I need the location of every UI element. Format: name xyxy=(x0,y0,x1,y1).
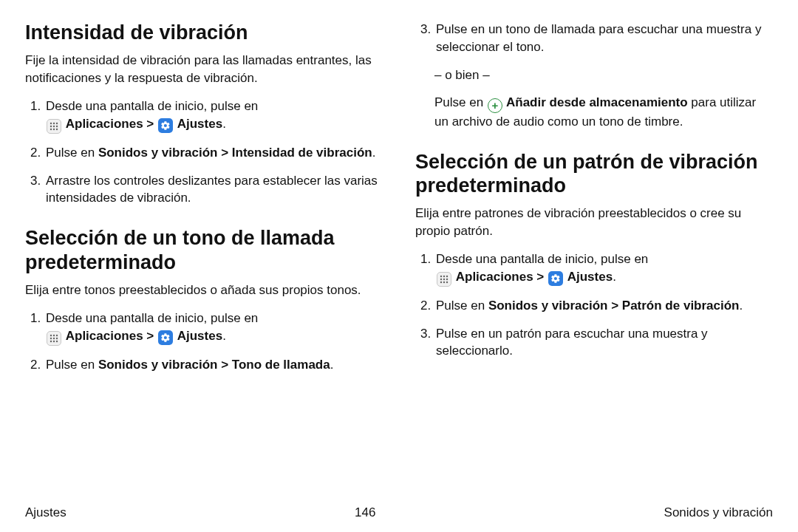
apps-label: Aplicaciones xyxy=(66,117,143,131)
step-bold: Sonidos y vibración > Patrón de vibració… xyxy=(488,299,740,313)
heading-vibration-pattern: Selección de un patrón de vibración pred… xyxy=(415,150,773,198)
settings-label: Ajustes xyxy=(177,117,222,131)
left-column: Intensidad de vibración Fije la intensid… xyxy=(25,21,383,494)
step-text: Pulse en xyxy=(46,358,98,372)
intro-ringtone: Elija entre tonos preestablecidos o añad… xyxy=(25,282,383,299)
footer-left: Ajustes xyxy=(25,505,66,520)
gear-icon xyxy=(158,118,173,133)
step-text: Pulse en xyxy=(434,95,487,109)
footer-page-number: 146 xyxy=(355,505,375,520)
svg-point-11 xyxy=(56,334,58,335)
svg-point-1 xyxy=(53,123,55,124)
svg-point-14 xyxy=(56,337,58,338)
svg-point-16 xyxy=(53,340,55,341)
steps-ringtone-part2: Pulse en un tono de llamada para escucha… xyxy=(415,21,773,56)
svg-point-22 xyxy=(443,279,445,280)
svg-point-15 xyxy=(50,340,52,341)
svg-point-24 xyxy=(440,282,442,283)
svg-point-7 xyxy=(53,129,55,130)
svg-point-9 xyxy=(50,334,52,335)
svg-point-3 xyxy=(50,126,52,127)
step-3: Pulse en un tono de llamada para escucha… xyxy=(434,21,773,56)
period: . xyxy=(222,117,226,131)
step-text: Desde una pantalla de inicio, pulse en xyxy=(46,311,258,325)
svg-point-26 xyxy=(446,282,448,283)
apps-icon xyxy=(47,119,61,134)
step-bold: Sonidos y vibración > Intensidad de vibr… xyxy=(98,146,372,160)
step-text: Pulse en xyxy=(436,299,488,313)
step-2: Pulse en Sonidos y vibración > Tono de l… xyxy=(44,356,383,374)
chevron: > xyxy=(143,117,157,131)
add-icon: + xyxy=(488,98,502,113)
svg-point-12 xyxy=(50,337,52,338)
footer-right: Sonidos y vibración xyxy=(664,505,773,520)
steps-vibration-pattern: Desde una pantalla de inicio, pulse en A… xyxy=(415,250,773,360)
or-divider: – o bien – xyxy=(434,66,773,84)
svg-point-23 xyxy=(446,279,448,280)
steps-vibration-intensity: Desde una pantalla de inicio, pulse en A… xyxy=(25,98,383,207)
intro-vibration-pattern: Elija entre patrones de vibración preest… xyxy=(415,205,773,240)
step-2: Pulse en Sonidos y vibración > Patrón de… xyxy=(434,297,773,315)
svg-point-6 xyxy=(50,129,52,130)
step-text: Desde una pantalla de inicio, pulse en xyxy=(436,252,648,266)
step-3: Arrastre los controles deslizantes para … xyxy=(44,172,383,208)
step-text: Pulse en un tono de llamada para escucha… xyxy=(436,22,761,54)
svg-point-13 xyxy=(53,337,55,338)
content-columns: Intensidad de vibración Fije la intensid… xyxy=(25,21,773,494)
step-3: Pulse en un patrón para escuchar una mue… xyxy=(434,325,773,361)
right-column: Pulse en un tono de llamada para escucha… xyxy=(415,21,773,494)
step-1: Desde una pantalla de inicio, pulse en A… xyxy=(44,310,383,346)
svg-point-2 xyxy=(56,123,58,124)
page: Intensidad de vibración Fije la intensid… xyxy=(0,0,798,532)
chevron: > xyxy=(143,329,157,343)
apps-label: Aplicaciones xyxy=(456,270,533,284)
svg-point-19 xyxy=(443,276,445,277)
step-text: Pulse en xyxy=(46,146,98,160)
svg-point-20 xyxy=(446,276,448,277)
page-footer: Ajustes 146 Sonidos y vibración xyxy=(25,505,773,520)
svg-point-0 xyxy=(50,123,52,124)
period: . xyxy=(372,146,376,160)
settings-label: Ajustes xyxy=(177,329,222,343)
svg-point-8 xyxy=(56,129,58,130)
settings-label: Ajustes xyxy=(567,270,613,284)
svg-point-25 xyxy=(443,282,445,283)
heading-vibration-intensity: Intensidad de vibración xyxy=(25,21,383,44)
step-bold: Sonidos y vibración > Tono de llamada xyxy=(98,358,330,372)
svg-point-21 xyxy=(440,279,442,280)
step-1: Desde una pantalla de inicio, pulse en A… xyxy=(44,98,383,134)
steps-ringtone-part1: Desde una pantalla de inicio, pulse en A… xyxy=(25,310,383,374)
svg-point-5 xyxy=(56,126,58,127)
chevron: > xyxy=(533,270,548,284)
svg-point-10 xyxy=(53,334,55,335)
step-3b: Pulse en + Añadir desde almacenamiento p… xyxy=(434,94,773,130)
svg-point-4 xyxy=(53,126,55,127)
gear-icon xyxy=(548,271,563,286)
heading-ringtone: Selección de un tono de llamada predeter… xyxy=(25,226,383,274)
gear-icon xyxy=(158,330,173,345)
step-1: Desde una pantalla de inicio, pulse en A… xyxy=(434,250,773,287)
step-text: Desde una pantalla de inicio, pulse en xyxy=(46,99,258,113)
intro-vibration-intensity: Fije la intensidad de vibración para las… xyxy=(25,52,383,87)
svg-point-17 xyxy=(56,340,58,341)
period: . xyxy=(740,299,743,313)
apps-icon xyxy=(47,331,61,346)
apps-icon xyxy=(437,272,451,287)
period: . xyxy=(222,329,226,343)
period: . xyxy=(330,358,334,372)
apps-label: Aplicaciones xyxy=(66,329,143,343)
add-label: Añadir desde almacenamiento xyxy=(503,95,688,109)
period: . xyxy=(613,270,616,284)
step-2: Pulse en Sonidos y vibración > Intensida… xyxy=(44,144,383,162)
svg-point-18 xyxy=(440,276,442,277)
